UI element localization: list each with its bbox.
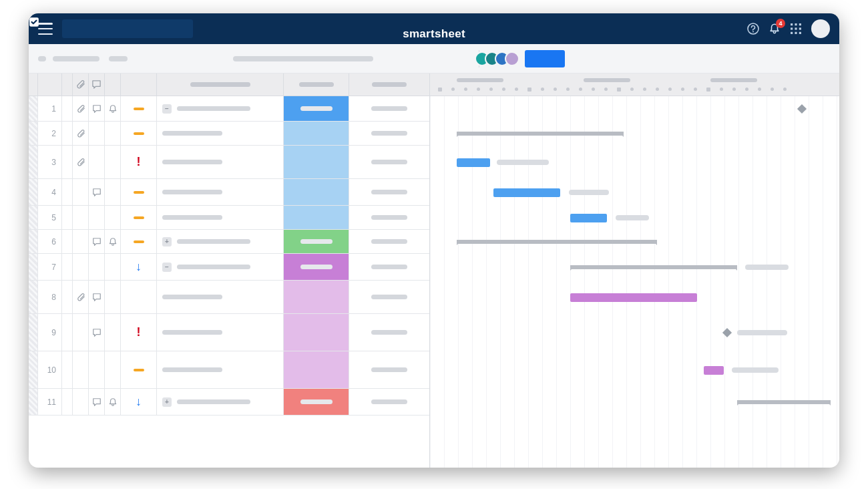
cell-date[interactable]	[349, 254, 429, 280]
priority-flag-low[interactable]: ↓	[136, 260, 142, 274]
bell-icon[interactable]	[108, 237, 118, 247]
gantt-summary-bar[interactable]	[570, 265, 737, 269]
account-avatar[interactable]	[811, 19, 830, 38]
cell-attachments[interactable]	[73, 179, 89, 205]
cell-date[interactable]	[349, 281, 429, 313]
cell-priority[interactable]: !	[121, 314, 157, 351]
help-icon[interactable]	[747, 23, 759, 35]
cell-date[interactable]	[349, 122, 429, 145]
cell-taskname[interactable]	[157, 122, 284, 145]
cell-reminders[interactable]	[105, 281, 121, 313]
gantt-task-bar[interactable]	[457, 158, 490, 167]
sheet-title[interactable]	[233, 56, 373, 61]
row-expand[interactable]	[62, 146, 73, 178]
cell-taskname[interactable]	[157, 179, 284, 205]
gantt-summary-bar[interactable]	[457, 132, 624, 136]
cell-taskname[interactable]	[157, 281, 284, 313]
priority-flag-medium[interactable]	[134, 191, 144, 194]
gantt-task-bar[interactable]	[570, 293, 697, 302]
cell-attachments[interactable]	[73, 351, 89, 388]
gantt-task-bar[interactable]	[493, 188, 560, 197]
gantt-body[interactable]	[430, 96, 839, 468]
comment-icon[interactable]	[92, 397, 101, 407]
cell-priority[interactable]: ↓	[121, 389, 157, 415]
gantt-milestone[interactable]	[722, 328, 732, 337]
cell-attachments[interactable]	[73, 254, 89, 280]
attach-icon[interactable]	[76, 158, 85, 167]
cell-comments[interactable]	[89, 96, 105, 121]
gantt-summary-bar[interactable]	[457, 240, 657, 244]
row-expand[interactable]	[62, 351, 73, 388]
cell-attachments[interactable]	[73, 314, 89, 351]
cell-reminders[interactable]	[105, 122, 121, 145]
row-drag-handle[interactable]	[29, 389, 38, 415]
row-drag-handle[interactable]	[29, 122, 38, 145]
cell-priority[interactable]	[121, 179, 157, 205]
row-drag-handle[interactable]	[29, 146, 38, 178]
cell-status[interactable]	[284, 146, 349, 178]
cell-status[interactable]	[284, 96, 349, 121]
comment-icon[interactable]	[92, 328, 101, 337]
row-drag-handle[interactable]	[29, 254, 38, 280]
cell-taskname[interactable]	[157, 314, 284, 351]
cell-comments[interactable]	[89, 389, 105, 415]
cell-reminders[interactable]	[105, 351, 121, 388]
grid-row[interactable]: 5	[29, 206, 429, 230]
comment-icon[interactable]	[92, 188, 101, 197]
cell-reminders[interactable]	[105, 254, 121, 280]
cell-status[interactable]	[284, 389, 349, 415]
row-expand[interactable]	[62, 96, 73, 121]
grid-row[interactable]: 7 ↓ −	[29, 254, 429, 281]
cell-attachments[interactable]	[73, 122, 89, 145]
cell-date[interactable]	[349, 314, 429, 351]
comment-icon[interactable]	[92, 104, 101, 114]
cell-comments[interactable]	[89, 179, 105, 205]
priority-flag-medium[interactable]	[134, 216, 144, 219]
row-drag-handle[interactable]	[29, 230, 38, 253]
cell-date[interactable]	[349, 96, 429, 121]
attach-icon[interactable]	[76, 129, 85, 138]
cell-taskname[interactable]: −	[157, 254, 284, 280]
cell-attachments[interactable]	[73, 206, 89, 229]
row-expand[interactable]	[62, 314, 73, 351]
cell-taskname[interactable]	[157, 351, 284, 388]
cell-reminders[interactable]	[105, 206, 121, 229]
priority-flag-medium[interactable]	[134, 108, 144, 110]
cell-priority[interactable]	[121, 206, 157, 229]
cell-reminders[interactable]	[105, 179, 121, 205]
cell-status[interactable]	[284, 122, 349, 145]
cell-taskname[interactable]: +	[157, 230, 284, 253]
row-expand[interactable]	[62, 230, 73, 253]
cell-priority[interactable]	[121, 122, 157, 145]
grid-row[interactable]: 4	[29, 179, 429, 206]
cell-priority[interactable]	[121, 96, 157, 121]
cell-date[interactable]	[349, 351, 429, 388]
cell-priority[interactable]: ↓	[121, 254, 157, 280]
cell-status[interactable]	[284, 254, 349, 280]
global-search-input[interactable]	[62, 19, 193, 38]
priority-flag-high[interactable]: !	[137, 155, 141, 169]
priority-flag-medium[interactable]	[134, 132, 144, 135]
grid-row[interactable]: 10	[29, 351, 429, 389]
cell-taskname[interactable]	[157, 206, 284, 229]
grid-row[interactable]: 2	[29, 122, 429, 146]
row-toggle[interactable]: +	[162, 237, 172, 247]
cell-date[interactable]	[349, 230, 429, 253]
row-drag-handle[interactable]	[29, 179, 38, 205]
cell-status[interactable]	[284, 179, 349, 205]
gantt-task-bar[interactable]	[704, 366, 724, 375]
gantt-summary-bar[interactable]	[737, 400, 831, 404]
row-toggle[interactable]: −	[162, 104, 172, 114]
grid-row[interactable]: 9 !	[29, 314, 429, 351]
cell-comments[interactable]	[89, 254, 105, 280]
cell-attachments[interactable]	[73, 281, 89, 313]
app-launcher-icon[interactable]	[790, 23, 802, 35]
row-expand[interactable]	[62, 179, 73, 205]
gantt-task-bar[interactable]	[570, 214, 607, 222]
priority-flag-low[interactable]: ↓	[136, 395, 142, 409]
cell-attachments[interactable]	[73, 146, 89, 178]
cell-comments[interactable]	[89, 122, 105, 145]
priority-flag-medium[interactable]	[134, 369, 144, 371]
grid-row[interactable]: 8	[29, 281, 429, 314]
share-button[interactable]	[525, 50, 565, 67]
